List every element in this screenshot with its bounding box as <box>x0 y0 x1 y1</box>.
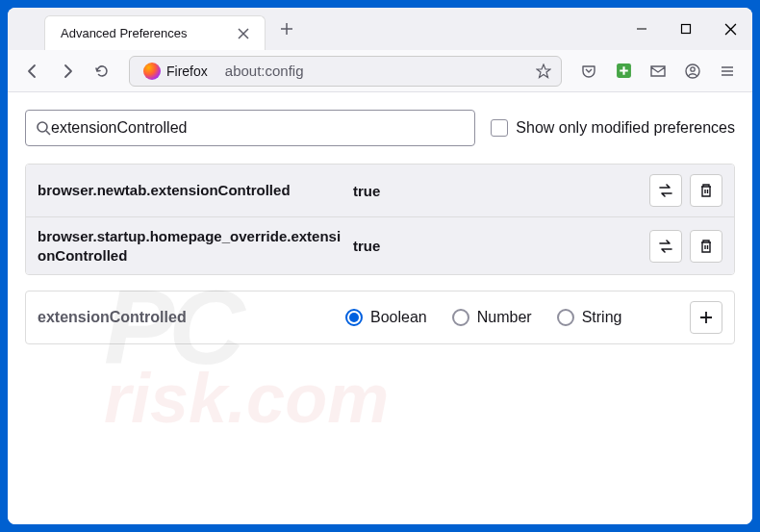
menu-icon[interactable] <box>712 56 743 87</box>
radio-icon <box>557 309 574 326</box>
forward-button[interactable] <box>52 56 83 87</box>
pref-actions <box>649 174 722 207</box>
pocket-icon[interactable] <box>573 56 604 87</box>
search-box[interactable] <box>25 110 475 146</box>
back-button[interactable] <box>17 56 48 87</box>
url-bar[interactable]: Firefox about:config <box>129 56 562 87</box>
close-tab-icon[interactable] <box>234 24 253 43</box>
pref-name: browser.startup.homepage_override.extens… <box>38 227 345 265</box>
pref-value: true <box>345 183 649 199</box>
radio-boolean[interactable]: Boolean <box>345 309 427 326</box>
delete-button[interactable] <box>690 230 722 263</box>
bookmark-star-icon[interactable] <box>530 58 557 85</box>
new-pref-name: extensionControlled <box>38 309 326 326</box>
toggle-button[interactable] <box>649 174 682 207</box>
extension-icon[interactable] <box>608 56 639 87</box>
add-button[interactable] <box>690 301 722 334</box>
account-icon[interactable] <box>677 56 708 87</box>
pref-value: true <box>345 238 649 254</box>
search-icon <box>36 120 51 136</box>
new-tab-button[interactable] <box>273 15 300 42</box>
mail-icon[interactable] <box>643 56 673 87</box>
pref-name: browser.newtab.extensionControlled <box>38 181 345 200</box>
tab-title: Advanced Preferences <box>61 26 234 40</box>
toggle-button[interactable] <box>649 230 682 263</box>
url-text: about:config <box>217 63 530 79</box>
new-preference-row: extensionControlled Boolean Number Strin… <box>25 291 735 344</box>
identity-label: Firefox <box>166 63 208 79</box>
preference-row: browser.startup.homepage_override.extens… <box>26 216 734 274</box>
identity-chip[interactable]: Firefox <box>134 61 217 82</box>
browser-tab[interactable]: Advanced Preferences <box>44 15 266 50</box>
radio-icon <box>345 309 363 326</box>
minimize-button[interactable] <box>620 8 664 50</box>
titlebar: Advanced Preferences <box>8 8 752 50</box>
pref-actions <box>649 230 722 263</box>
radio-icon <box>452 309 469 326</box>
window-controls <box>620 8 752 50</box>
radio-string[interactable]: String <box>557 309 622 326</box>
type-radio-group: Boolean Number String <box>345 309 671 326</box>
search-input[interactable] <box>51 119 465 137</box>
page-content: PC risk.com Show only modified preferenc… <box>8 92 752 524</box>
browser-window: Advanced Preferences Firefox about:confi… <box>8 8 752 524</box>
search-row: Show only modified preferences <box>25 110 735 146</box>
show-only-label: Show only modified preferences <box>516 119 735 137</box>
preference-list: browser.newtab.extensionControlled true … <box>25 164 735 275</box>
show-only-modified[interactable]: Show only modified preferences <box>491 119 735 137</box>
reload-button[interactable] <box>87 56 117 87</box>
svg-point-4 <box>38 122 47 132</box>
preference-row: browser.newtab.extensionControlled true <box>26 165 734 216</box>
firefox-icon <box>143 63 161 80</box>
nav-toolbar: Firefox about:config <box>8 50 752 92</box>
svg-rect-0 <box>682 25 691 34</box>
close-button[interactable] <box>708 8 752 50</box>
delete-button[interactable] <box>690 174 722 207</box>
radio-number[interactable]: Number <box>452 309 532 326</box>
svg-point-3 <box>691 66 695 70</box>
checkbox-icon[interactable] <box>491 119 508 137</box>
maximize-button[interactable] <box>664 8 708 50</box>
